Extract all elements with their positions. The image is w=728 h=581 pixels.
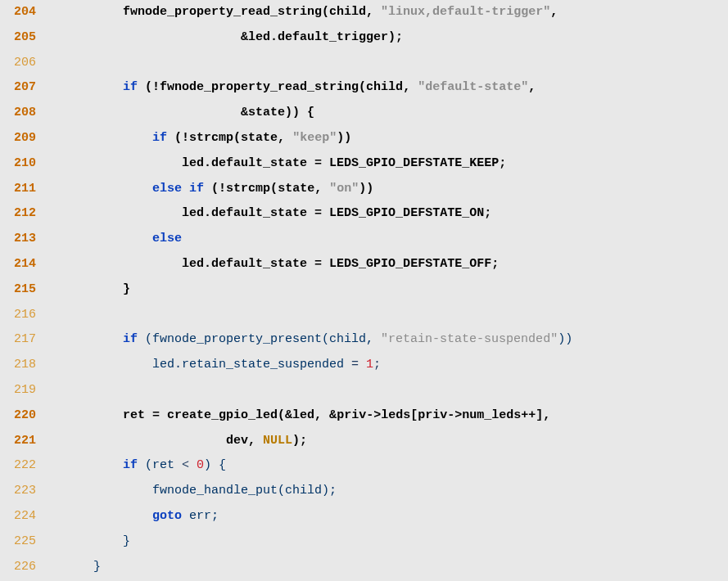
token: led bbox=[248, 30, 270, 44]
token: child bbox=[329, 5, 366, 19]
token: err; bbox=[182, 509, 219, 523]
token bbox=[64, 434, 226, 448]
token: } bbox=[64, 282, 130, 296]
token: LEDS_GPIO_DEFSTATE_ON bbox=[329, 206, 484, 220]
code-line: 210 led.default_state = LEDS_GPIO_DEFSTA… bbox=[0, 151, 728, 177]
token: strcmp bbox=[189, 131, 233, 145]
line-number: 205 bbox=[0, 25, 41, 51]
code-line: 226 } bbox=[0, 555, 728, 580]
code-line: 216 bbox=[0, 303, 728, 328]
token: ( bbox=[270, 182, 278, 196]
token bbox=[182, 182, 189, 196]
token: , bbox=[550, 5, 558, 19]
token: goto bbox=[152, 509, 182, 523]
token bbox=[64, 182, 152, 196]
token: , bbox=[403, 80, 418, 94]
token: fwnode_property_read_string bbox=[123, 5, 322, 19]
token: = bbox=[145, 408, 167, 422]
code-line: 213 else bbox=[0, 227, 728, 252]
token: led.retain_state_suspended bbox=[64, 358, 351, 372]
token: ; bbox=[491, 257, 499, 271]
token bbox=[64, 156, 182, 170]
line-number: 214 bbox=[0, 252, 41, 277]
token: priv bbox=[337, 408, 366, 422]
token: ( bbox=[359, 80, 366, 94]
token: ( bbox=[322, 5, 329, 19]
token: = bbox=[307, 206, 329, 220]
token bbox=[64, 5, 123, 19]
token: 0 bbox=[197, 458, 204, 472]
token: NULL bbox=[263, 434, 292, 448]
code-content: fwnode_property_read_string(child, "linu… bbox=[41, 0, 558, 25]
token: state bbox=[241, 131, 278, 145]
line-number: 216 bbox=[0, 303, 41, 328]
code-line: 220 ret = create_gpio_led(&led, &priv->l… bbox=[0, 403, 728, 429]
token: & bbox=[64, 30, 248, 44]
code-line: 219 bbox=[0, 378, 728, 403]
token: ); bbox=[388, 30, 403, 44]
token: , bbox=[528, 80, 536, 94]
code-content: if (ret < 0) { bbox=[41, 453, 226, 479]
code-line: 212 led.default_state = LEDS_GPIO_DEFSTA… bbox=[0, 201, 728, 227]
code-content: &led.default_trigger); bbox=[41, 25, 403, 51]
token: (! bbox=[138, 80, 160, 94]
line-number: 213 bbox=[0, 227, 41, 252]
token: , bbox=[366, 5, 381, 19]
token: , bbox=[314, 182, 329, 196]
code-line: 208 &state)) { bbox=[0, 101, 728, 126]
line-number: 223 bbox=[0, 479, 41, 504]
token: = bbox=[307, 156, 329, 170]
token: . bbox=[270, 30, 278, 44]
code-content: led.default_state = LEDS_GPIO_DEFSTATE_O… bbox=[41, 201, 491, 227]
token: default_trigger bbox=[278, 30, 388, 44]
code-line: 217 if (fwnode_property_present(child, "… bbox=[0, 327, 728, 353]
code-content: } bbox=[41, 529, 130, 555]
token: if bbox=[152, 131, 167, 145]
token: -> bbox=[447, 408, 462, 422]
token: fwnode_property_read_string bbox=[160, 80, 359, 94]
token: . bbox=[204, 156, 211, 170]
token: "default-state" bbox=[418, 80, 528, 94]
code-content: ret = create_gpio_led(&led, &priv->leds[… bbox=[41, 403, 550, 429]
line-number: 219 bbox=[0, 378, 41, 403]
line-number: 218 bbox=[0, 353, 41, 378]
token: ; bbox=[484, 206, 491, 220]
line-number: 220 bbox=[0, 403, 41, 429]
line-number: 224 bbox=[0, 504, 41, 529]
token bbox=[189, 458, 197, 472]
code-content: led.default_state = LEDS_GPIO_DEFSTATE_K… bbox=[41, 151, 506, 177]
line-number: 212 bbox=[0, 201, 41, 227]
token: num_leds bbox=[462, 408, 521, 422]
code-content bbox=[41, 51, 64, 76]
code-line: 211 else if (!strcmp(state, "on")) bbox=[0, 177, 728, 202]
token: else bbox=[152, 182, 182, 196]
token: "on" bbox=[329, 182, 359, 196]
token: led bbox=[292, 408, 314, 422]
code-content: dev, NULL); bbox=[41, 429, 307, 454]
token bbox=[64, 408, 123, 422]
line-number: 209 bbox=[0, 126, 41, 151]
token: , bbox=[278, 131, 292, 145]
token: strcmp bbox=[226, 182, 270, 196]
code-content: led.retain_state_suspended = 1; bbox=[41, 353, 381, 378]
token bbox=[64, 232, 152, 245]
token bbox=[359, 358, 366, 372]
code-line: 218 led.retain_state_suspended = 1; bbox=[0, 353, 728, 378]
token: if bbox=[123, 332, 138, 346]
code-content: led.default_state = LEDS_GPIO_DEFSTATE_O… bbox=[41, 252, 499, 277]
token: state bbox=[248, 106, 285, 119]
token: LEDS_GPIO_DEFSTATE_OFF bbox=[329, 257, 491, 271]
token: else bbox=[152, 232, 182, 245]
token: "retain-state-suspended" bbox=[381, 332, 558, 346]
token: )) bbox=[359, 182, 373, 196]
token: fwnode_handle_put(child); bbox=[64, 484, 337, 498]
code-line: 215 } bbox=[0, 277, 728, 303]
line-number: 225 bbox=[0, 529, 41, 555]
token: (ret bbox=[138, 458, 182, 472]
line-number: 204 bbox=[0, 0, 41, 25]
code-line: 206 bbox=[0, 51, 728, 76]
token: < bbox=[182, 458, 189, 472]
code-content bbox=[41, 378, 64, 403]
code-line: 221 dev, NULL); bbox=[0, 429, 728, 454]
code-line: 204 fwnode_property_read_string(child, "… bbox=[0, 0, 728, 25]
